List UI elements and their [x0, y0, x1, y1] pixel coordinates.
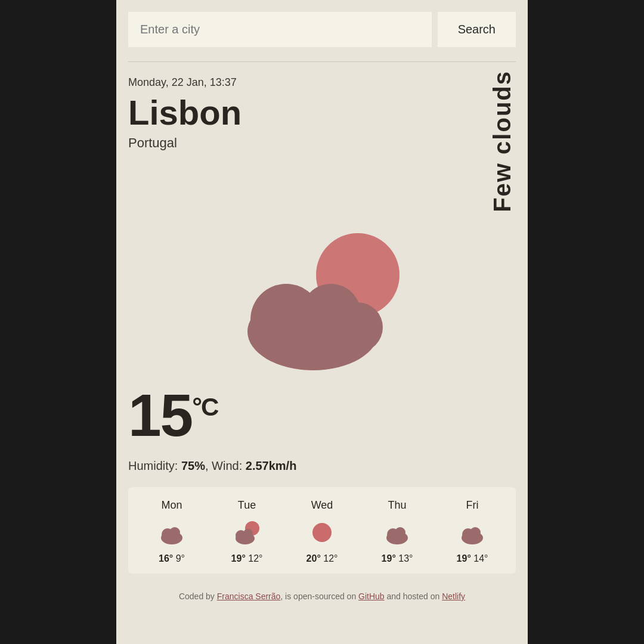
search-button[interactable]: Search [438, 12, 516, 47]
temperature-section: 15°C [128, 385, 516, 445]
svg-point-4 [333, 302, 383, 352]
svg-point-18 [470, 527, 481, 538]
svg-point-11 [243, 529, 253, 538]
footer: Coded by Francisca Serrão, is open-sourc… [128, 586, 516, 601]
forecast-temps: 19° 13° [382, 553, 413, 564]
forecast-day-name: Thu [388, 499, 406, 512]
humidity-wind: Humidity: 75%, Wind: 2.57km/h [128, 459, 516, 473]
wind-value: 2.57km/h [246, 459, 297, 472]
humidity-value: 75% [181, 459, 205, 472]
weather-icon-container [128, 212, 516, 379]
wind-label: Wind: [212, 459, 242, 472]
footer-text-middle: , is open-sourced on [280, 592, 358, 601]
footer-author-link[interactable]: Francisca Serrão [217, 592, 281, 601]
svg-point-15 [395, 527, 405, 538]
list-item: Fri 19° 14° [435, 499, 510, 564]
footer-netlify-link[interactable]: Netlify [442, 592, 465, 601]
country-name: Portugal [128, 135, 483, 151]
cloud-icon [457, 518, 487, 547]
date-time: Monday, 22 Jan, 13:37 [128, 76, 483, 89]
forecast-day-name: Mon [161, 499, 182, 512]
temperature-value: 15°C [128, 382, 218, 448]
weather-header: Monday, 22 Jan, 13:37 Lisbon Portugal Fe… [128, 76, 516, 212]
humidity-label: Humidity: [128, 459, 178, 472]
cloud-sun-icon [232, 518, 262, 547]
list-item: Wed 20° 12° [284, 499, 360, 564]
footer-text-before: Coded by [179, 592, 217, 601]
list-item: Tue 19° 12° [209, 499, 284, 564]
forecast-temps: 19° 14° [457, 553, 488, 564]
cloud-icon [382, 518, 412, 547]
svg-point-12 [312, 523, 332, 542]
weather-info-left: Monday, 22 Jan, 13:37 Lisbon Portugal [128, 76, 483, 151]
search-section: Search [128, 12, 516, 47]
footer-text-after: and hosted on [385, 592, 442, 601]
temp-unit: °C [192, 392, 218, 420]
search-input[interactable] [128, 12, 432, 47]
weather-icon-svg [227, 227, 417, 370]
divider [128, 61, 516, 62]
sun-icon [307, 518, 337, 547]
forecast-card: Mon 16° 9° Tue [128, 487, 516, 574]
list-item: Mon 16° 9° [134, 499, 209, 564]
city-name: Lisbon [128, 94, 483, 132]
svg-point-7 [169, 527, 180, 538]
forecast-day-name: Fri [466, 499, 479, 512]
forecast-day-name: Wed [311, 499, 333, 512]
forecast-temps: 16° 9° [159, 553, 185, 564]
footer-github-link[interactable]: GitHub [358, 592, 385, 601]
list-item: Thu 19° 13° [360, 499, 435, 564]
weather-main: Monday, 22 Jan, 13:37 Lisbon Portugal Fe… [128, 76, 516, 626]
app-container: Search Monday, 22 Jan, 13:37 Lisbon Port… [116, 0, 528, 644]
forecast-day-name: Tue [238, 499, 256, 512]
forecast-temps: 19° 12° [231, 553, 263, 564]
cloud-icon [157, 518, 187, 547]
forecast-temps: 20° 12° [306, 553, 338, 564]
weather-condition: Few clouds [483, 70, 516, 212]
